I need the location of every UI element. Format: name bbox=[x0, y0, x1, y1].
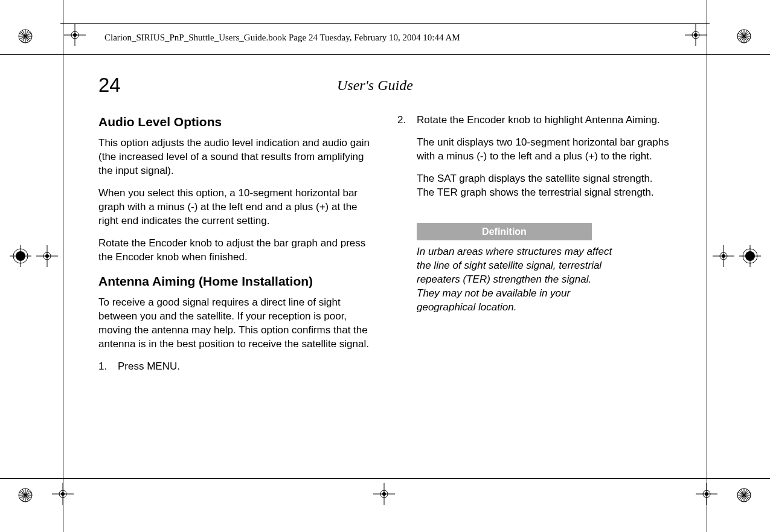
crop-line-top bbox=[60, 23, 710, 24]
book-header-line: Clarion_SIRIUS_PnP_Shuttle_Users_Guide.b… bbox=[104, 33, 460, 43]
heading-antenna-aiming: Antenna Aiming (Home Installation) bbox=[98, 273, 373, 290]
reg-mark-icon bbox=[733, 25, 755, 47]
body-text: The SAT graph displays the satellite sig… bbox=[417, 172, 672, 200]
reg-mark-icon bbox=[733, 484, 755, 506]
cross-mark-icon bbox=[52, 483, 74, 505]
body-text: Rotate the Encoder knob to adjust the ba… bbox=[98, 237, 373, 264]
definition-body: In urban areas where structures may affe… bbox=[417, 245, 616, 315]
step-number: 1. bbox=[98, 360, 118, 374]
definition-box: Definition In urban areas where structur… bbox=[417, 223, 616, 315]
crop-line-left bbox=[63, 0, 63, 532]
body-text: When you select this option, a 10-segmen… bbox=[98, 187, 373, 228]
column-right: 2. Rotate the Encoder knob to highlight … bbox=[397, 114, 672, 382]
reg-mark-icon bbox=[14, 484, 36, 506]
page-number: 24 bbox=[98, 74, 121, 97]
step-number: 2. bbox=[397, 114, 417, 208]
cross-mark-icon bbox=[696, 483, 717, 505]
step-item: 2. Rotate the Encoder knob to highlight … bbox=[397, 114, 672, 208]
step-item: 1. Press MENU. bbox=[98, 360, 373, 374]
cross-mark-icon bbox=[64, 24, 86, 46]
cross-mark-icon bbox=[685, 24, 707, 46]
page-header: 24 User's Guide bbox=[98, 74, 672, 103]
reg-mark-icon bbox=[739, 245, 761, 267]
reg-mark-icon bbox=[14, 25, 36, 47]
step-text: Press MENU. bbox=[118, 360, 373, 374]
heading-audio-level: Audio Level Options bbox=[98, 114, 373, 130]
column-left: Audio Level Options This option adjusts … bbox=[98, 114, 373, 382]
cross-mark-icon bbox=[36, 245, 58, 267]
body-text: The unit displays two 10-segment horizon… bbox=[417, 136, 672, 164]
step-text-line: Rotate the Encoder knob to highlight Ant… bbox=[417, 114, 672, 127]
crop-line-lower bbox=[0, 478, 770, 479]
cross-mark-icon bbox=[713, 245, 734, 267]
body-text: This option adjusts the audio level indi… bbox=[98, 136, 373, 178]
reg-mark-icon bbox=[10, 245, 31, 267]
body-text: To receive a good signal requires a dire… bbox=[98, 296, 373, 351]
definition-header: Definition bbox=[417, 223, 592, 241]
page-content: 24 User's Guide Audio Level Options This… bbox=[98, 74, 672, 382]
cross-mark-icon bbox=[373, 483, 395, 505]
step-text: Rotate the Encoder knob to highlight Ant… bbox=[417, 114, 672, 208]
crop-line-right bbox=[707, 0, 707, 532]
crop-line-upper bbox=[0, 54, 770, 55]
doc-title: User's Guide bbox=[337, 77, 413, 94]
